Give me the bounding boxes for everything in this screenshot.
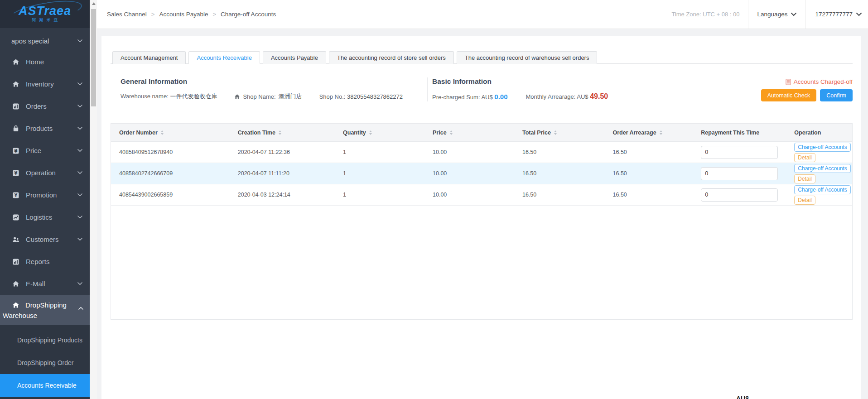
customers-icon (12, 236, 19, 243)
cell-repayment (693, 188, 786, 202)
cell-price: 10.00 (424, 170, 514, 177)
languages-dropdown[interactable]: Languages (748, 0, 806, 29)
column-header-label: Creation Time (238, 130, 275, 136)
sidebar-item-home[interactable]: Home (0, 51, 90, 73)
sidebar-item-label: Home (26, 58, 44, 66)
sidebar-item-inventory[interactable]: Inventory (0, 73, 90, 95)
sidebar-item-operation[interactable]: ¥ Operation (0, 162, 90, 184)
tab-accounts-receivable[interactable]: Accounts Receivable (188, 51, 260, 64)
cell-quantity: 1 (335, 149, 424, 155)
sidebar-scrollbar (90, 0, 97, 399)
breadcrumb-sales-channel[interactable]: Sales Channel (107, 11, 147, 18)
brand-name: ASTraea (19, 5, 71, 17)
general-information-title: General Information (121, 77, 427, 86)
pre-charged-sum-value: 0.00 (494, 93, 507, 101)
tab-bar: Account Management Accounts Receivable A… (111, 51, 853, 64)
sidebar-item-emall[interactable]: E-Mall (0, 273, 90, 295)
repayment-input[interactable] (701, 188, 778, 202)
cell-creation-time: 2020-04-07 11:22:36 (230, 149, 335, 155)
sidebar-menu: Home Inventory Orders Products ¥ Price (0, 51, 90, 325)
sidebar-item-label: Price (26, 147, 41, 154)
sidebar-item-customers[interactable]: Customers (0, 228, 90, 250)
chevron-down-icon (77, 193, 82, 197)
charge-off-accounts-button[interactable]: Charge-off Accounts (794, 143, 851, 152)
sidebar-item-price[interactable]: ¥ Price (0, 139, 90, 162)
basic-information-title: Basic Information (432, 77, 608, 86)
detail-button[interactable]: Detail (794, 153, 815, 162)
svg-text:¥: ¥ (14, 192, 18, 197)
sidebar-subitem-dropshipping-products[interactable]: DropShipping Products (0, 329, 90, 351)
cell-order-number: 40858402742666709 (111, 170, 230, 177)
basic-information-values: Pre-charged Sum: AU$ 0.00 Monthly Arrear… (432, 92, 608, 101)
orders-table: Order Number Creation Time Quantity Pric… (111, 123, 853, 320)
shop-name-label: Shop Name: (243, 93, 275, 100)
sidebar-item-label: Reports (26, 258, 50, 265)
chevron-down-icon (77, 216, 82, 219)
column-header-total-price[interactable]: Total Price (514, 130, 605, 136)
column-header-price[interactable]: Price (424, 130, 514, 136)
emall-icon (12, 280, 19, 288)
detail-button[interactable]: Detail (794, 174, 815, 183)
column-header-creation-time[interactable]: Creation Time (230, 130, 335, 136)
tab-accounts-payable[interactable]: Accounts Payable (263, 51, 326, 64)
sidebar-item-products[interactable]: Products (0, 117, 90, 139)
cell-repayment (693, 146, 786, 159)
sort-icon (450, 130, 453, 135)
cell-creation-time: 2020-04-03 12:24:14 (230, 192, 335, 198)
monthly-arrearage: Monthly Arrearage: AU$ 49.50 (526, 92, 608, 101)
sidebar-item-promotion[interactable]: ¥ Promotion (0, 184, 90, 206)
repayment-input[interactable] (701, 167, 778, 180)
column-header-repayment: Repayment This Time (693, 130, 786, 136)
charge-off-accounts-button[interactable]: Charge-off Accounts (794, 185, 851, 194)
charge-off-accounts-button[interactable]: Charge-off Accounts (794, 164, 851, 173)
scroll-up-arrow-icon[interactable] (92, 2, 96, 5)
tab-account-management[interactable]: Account Management (112, 51, 186, 64)
sidebar-item-logistics[interactable]: Logistics (0, 206, 90, 228)
main-content: Account Management Accounts Receivable A… (97, 29, 868, 399)
sidebar-account-selector[interactable]: apos special (0, 32, 90, 50)
sidebar-item-label: Logistics (26, 213, 52, 221)
sidebar-item-dropshipping-warehouse[interactable]: DropShipping Warehouse (0, 295, 90, 325)
automatic-check-button[interactable]: Automatic Check (761, 89, 816, 101)
products-icon (12, 125, 19, 132)
topbar: Sales Channel > Accounts Payable > Charg… (97, 0, 868, 29)
warehouse-name-value: 一件代发验收仓库 (170, 93, 217, 100)
column-header-label: Price (433, 130, 447, 136)
chevron-down-icon (791, 13, 796, 16)
repayment-input[interactable] (701, 146, 778, 159)
sidebar-subitem-dropshipping-order[interactable]: DropShipping Order (0, 351, 90, 374)
user-account-dropdown[interactable]: 17277777777 (805, 0, 868, 29)
column-header-label: Total Price (522, 130, 551, 136)
content-panel: Account Management Accounts Receivable A… (101, 36, 861, 399)
shop-name: Shop Name: 澳洲门店 (234, 92, 302, 101)
brand-logo: ASTraea 阿斯米亚 (0, 0, 90, 28)
column-header-quantity[interactable]: Quantity (335, 130, 424, 136)
confirm-button[interactable]: Confirm (820, 89, 853, 101)
action-buttons: Automatic Check Confirm (761, 89, 853, 101)
home-icon (12, 58, 19, 66)
sidebar-item-reports[interactable]: Reports (0, 250, 90, 273)
sidebar-subitem-accounts-receivable[interactable]: Accounts Receivable (0, 374, 90, 397)
svg-text:¥: ¥ (14, 148, 18, 153)
column-header-order-number[interactable]: Order Number (111, 130, 230, 136)
sidebar-item-label: Inventory (26, 80, 54, 88)
cell-order-arrearage: 16.50 (605, 192, 693, 198)
breadcrumb-accounts-payable[interactable]: Accounts Payable (159, 11, 208, 18)
shop-number-label: Shop No.: (319, 93, 346, 100)
table-row: 40858402742666709 2020-04-07 11:11:20 1 … (111, 163, 852, 184)
sidebar-item-label: E-Mall (26, 280, 45, 288)
tab-store-sell-orders[interactable]: The accounting record of store sell orde… (329, 51, 454, 64)
detail-button[interactable]: Detail (794, 196, 815, 205)
store-icon (234, 94, 240, 100)
cell-repayment (693, 167, 786, 180)
accounts-charged-off-link[interactable]: Accounts Charged-off (786, 78, 853, 85)
column-header-order-arrearage[interactable]: Order Arrearage (605, 130, 693, 136)
operation-icon: ¥ (12, 169, 19, 177)
tab-warehouse-sell-orders[interactable]: The accounting record of warehouse sell … (457, 51, 598, 64)
shop-number-value: 38205548327862272 (347, 93, 403, 100)
app-root: ASTraea 阿斯米亚 apos special Home Inventory… (0, 0, 868, 399)
sidebar-item-orders[interactable]: Orders (0, 95, 90, 117)
languages-label: Languages (757, 11, 788, 18)
cell-total-price: 16.50 (514, 192, 605, 198)
scrollbar-thumb[interactable] (91, 9, 96, 106)
